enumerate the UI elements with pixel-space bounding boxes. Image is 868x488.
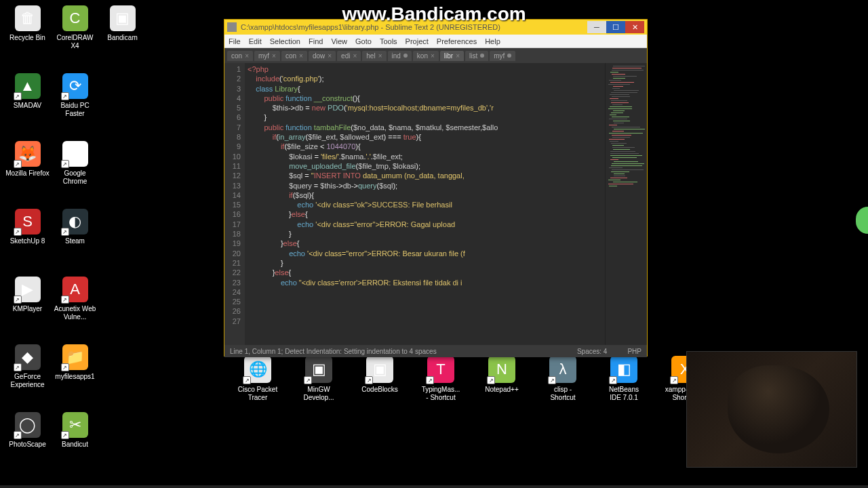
desktop-icon-bandicut[interactable]: ✂↗Bandicut [53, 412, 97, 449]
tabbar: con×myf×con×dow×edi×hel×indkon×libr×list… [224, 48, 647, 63]
shortcut-arrow-icon: ↗ [609, 376, 617, 384]
tab-label: kon [417, 52, 428, 60]
tab-label: dow [313, 52, 325, 60]
modified-dot-icon [403, 54, 408, 58]
tab-con[interactable]: con× [227, 51, 253, 61]
minimize-button[interactable]: ─ [587, 21, 606, 33]
tab-close-icon[interactable]: × [353, 52, 357, 60]
shortcut-arrow-icon: ↗ [61, 363, 69, 371]
icon-label: Google Chrome [53, 169, 97, 186]
desktop-icon-recycle-bin[interactable]: 🗑Recycle Bin [5, 5, 50, 42]
app-icon: ◉ [68, 145, 81, 163]
tab-edi[interactable]: edi× [337, 51, 361, 61]
tab-label: libr [444, 52, 453, 60]
sublime-window: C:\xampp\htdocs\myfilesapps1\library.php… [224, 19, 648, 357]
tab-close-icon[interactable]: × [456, 52, 460, 60]
menu-preferences[interactable]: Preferences [437, 37, 477, 45]
tab-ind[interactable]: ind [388, 51, 412, 61]
menu-help[interactable]: Help [485, 37, 500, 45]
desktop-icon-codeblocks[interactable]: ▣↗CodeBlocks [359, 356, 400, 402]
app-icon: ◯ [19, 416, 36, 434]
close-button[interactable]: ✕ [625, 21, 644, 33]
modified-dot-icon [480, 54, 484, 58]
menu-selection[interactable]: Selection [270, 37, 300, 45]
tab-close-icon[interactable]: × [328, 52, 332, 60]
menu-edit[interactable]: Edit [249, 37, 262, 45]
shortcut-arrow-icon: ↗ [61, 228, 69, 236]
desktop-icon-typingmas-shortcut[interactable]: T↗TypingMas... - Shortcut [420, 356, 461, 402]
icon-label: Recycle Bin [5, 34, 50, 42]
app-icon: ◆ [22, 348, 33, 366]
desktop-icon-geforce-experience[interactable]: ◆↗GeForce Experience [5, 344, 50, 389]
webcam-overlay [686, 351, 857, 468]
menu-file[interactable]: File [229, 37, 241, 45]
icon-label: NetBeans IDE 7.0.1 [604, 386, 644, 402]
tab-close-icon[interactable]: × [431, 52, 435, 60]
desktop-icon-mozilla-firefox[interactable]: 🦊↗Mozilla Firefox [5, 141, 50, 178]
statusbar: Line 1, Column 1; Detect Indentation: Se… [224, 345, 647, 357]
maximize-button[interactable]: ☐ [606, 21, 625, 33]
menu-view[interactable]: View [331, 37, 347, 45]
modified-dot-icon [507, 54, 511, 58]
desktop-icon-netbeans-ide-7-0-1[interactable]: ◧↗NetBeans IDE 7.0.1 [604, 356, 644, 402]
menu-find[interactable]: Find [309, 37, 323, 45]
tab-close-icon[interactable]: × [378, 52, 382, 60]
code-area[interactable]: <?php include('config.php'); class Libra… [245, 63, 605, 345]
app-icon: ▶ [22, 281, 33, 298]
status-left: Line 1, Column 1; Detect Indentation: Se… [230, 348, 437, 355]
desktop-icon-baidu-pc-faster[interactable]: ⟳↗Baidu PC Faster [53, 73, 97, 118]
shortcut-arrow-icon: ↗ [14, 363, 22, 371]
app-icon: C [70, 9, 81, 27]
tab-close-icon[interactable]: × [245, 52, 249, 60]
taskbar[interactable] [0, 485, 868, 488]
tab-list[interactable]: list [465, 51, 488, 61]
tab-myf[interactable]: myf [490, 51, 515, 61]
status-lang[interactable]: PHP [627, 348, 642, 355]
shortcut-arrow-icon: ↗ [304, 376, 312, 384]
tab-close-icon[interactable]: × [299, 52, 303, 60]
desktop-icon-clisp-shortcut[interactable]: λ↗clisp - Shortcut [542, 356, 583, 402]
tab-hel[interactable]: hel× [362, 51, 386, 61]
menu-goto[interactable]: Goto [355, 37, 372, 45]
desktop-icon-kmplayer[interactable]: ▶↗KMPlayer [5, 277, 50, 313]
tab-libr[interactable]: libr× [440, 51, 464, 61]
desktop-icon-smadav[interactable]: ▲↗SMADAV [5, 73, 50, 110]
desktop-icon-acunetix-web-vulne-[interactable]: A↗Acunetix Web Vulne... [53, 277, 97, 321]
menu-tools[interactable]: Tools [380, 37, 397, 45]
desktop-icon-coreldraw-x4[interactable]: CCorelDRAW X4 [53, 5, 97, 50]
desktop-icon-notepad-[interactable]: N↗Notepad++ [481, 356, 522, 402]
desktop-icon-bandicam[interactable]: ▣Bandicam [100, 5, 144, 42]
menu-project[interactable]: Project [406, 37, 429, 45]
shortcut-arrow-icon: ↗ [61, 296, 69, 304]
shortcut-arrow-icon: ↗ [548, 376, 556, 384]
app-icon [227, 22, 237, 32]
icon-label: Notepad++ [481, 386, 522, 394]
tab-dow[interactable]: dow× [309, 51, 336, 61]
tab-myf[interactable]: myf× [254, 51, 280, 61]
status-spaces[interactable]: Spaces: 4 [577, 348, 607, 355]
app-icon: λ [559, 361, 567, 378]
minimap[interactable] [605, 63, 647, 345]
tab-kon[interactable]: kon× [413, 51, 439, 61]
app-icon: ◐ [68, 213, 81, 230]
icon-label: GeForce Experience [5, 373, 50, 389]
desktop-icon-photoscape[interactable]: ◯↗PhotoScape [5, 412, 50, 449]
menubar: FileEditSelectionFindViewGotoToolsProjec… [224, 35, 647, 48]
icon-label: Acunetix Web Vulne... [53, 305, 97, 321]
app-icon: 🗑 [20, 9, 35, 27]
tab-con[interactable]: con× [281, 51, 307, 61]
desktop-icon-cisco-packet-tracer[interactable]: 🌐↗Cisco Packet Tracer [237, 356, 278, 402]
tab-close-icon[interactable]: × [272, 52, 276, 60]
icon-label: Bandicut [53, 441, 97, 449]
shortcut-arrow-icon: ↗ [14, 431, 22, 439]
desktop-icon-sketchup-8[interactable]: S↗SketchUp 8 [5, 209, 50, 245]
desktop-icon-steam[interactable]: ◐↗Steam [53, 209, 97, 245]
app-icon: ▣ [115, 9, 130, 27]
shortcut-arrow-icon: ↗ [14, 92, 22, 100]
tab-label: con [231, 52, 242, 60]
tab-label: myf [258, 52, 269, 60]
tab-label: list [469, 52, 477, 60]
desktop-icon-mingw-develop-[interactable]: ▣↗MinGW Develop... [298, 356, 339, 402]
desktop-icon-google-chrome[interactable]: ◉↗Google Chrome [53, 141, 97, 186]
desktop-icon-myfilesapps1[interactable]: 📁↗myfilesapps1 [53, 344, 97, 381]
